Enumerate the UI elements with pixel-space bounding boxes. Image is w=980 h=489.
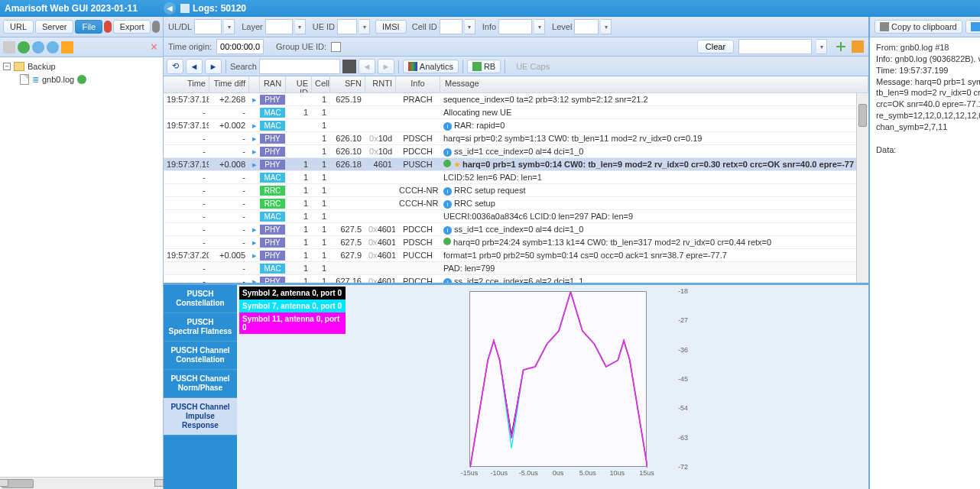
page-icon[interactable] bbox=[852, 40, 864, 53]
table-row[interactable]: --RRC11CCCH-NRiRRC setup request bbox=[164, 184, 868, 197]
tree-folder[interactable]: − Backup bbox=[3, 60, 160, 73]
collapse-left-icon[interactable]: ◄ bbox=[164, 2, 176, 15]
chart-tab[interactable]: PUSCH ChannelNorm/Phase bbox=[164, 370, 237, 398]
plus-icon[interactable] bbox=[835, 40, 847, 53]
table-row[interactable]: --▸PHY1626.100x10dPDCCHiss_id=1 cce_inde… bbox=[164, 145, 868, 158]
table-row[interactable]: --▸PHY11627.50x4601PDSCHharq=0 prb=24:24… bbox=[164, 236, 868, 249]
h-scrollbar[interactable] bbox=[0, 477, 163, 489]
nav-first-icon[interactable]: ⟲ bbox=[167, 59, 183, 74]
chart-area: -18-27-36-45-54-63-72-15us-10us-5.0us0us… bbox=[346, 285, 868, 489]
col-diff[interactable]: Time diff bbox=[209, 76, 249, 92]
info-input[interactable] bbox=[498, 19, 532, 34]
col-rnti[interactable]: RNTI bbox=[365, 76, 396, 92]
table-row[interactable]: --▸PHY11627.50x4601PDCCHiss_id=1 cce_ind… bbox=[164, 223, 868, 236]
detail-line: Info: gnb0.log (9036822B). v2022-12-06 bbox=[876, 53, 980, 65]
table-row[interactable]: --MAC11UECRI:0036a0a834c6 LCID:0 len=297… bbox=[164, 210, 868, 223]
uldl-dd[interactable] bbox=[224, 19, 235, 34]
col-cell[interactable]: Cell bbox=[312, 76, 330, 92]
level-input[interactable] bbox=[574, 19, 599, 34]
layer-label: Layer bbox=[242, 22, 263, 31]
table-row[interactable]: --MAC11PAD: len=799 bbox=[164, 262, 868, 275]
server-button[interactable]: Server bbox=[35, 20, 73, 34]
nav-prev-icon[interactable]: ◄ bbox=[186, 59, 203, 74]
url-button[interactable]: URL bbox=[3, 20, 34, 34]
clear-dd[interactable] bbox=[816, 39, 827, 54]
search-prev-icon[interactable]: ◄ bbox=[359, 59, 375, 74]
table-row[interactable]: --▸PHY11627.160x4601PDCCHiss_id=2 cce_in… bbox=[164, 275, 868, 283]
copy-button[interactable]: Copy to clipboard bbox=[875, 20, 962, 34]
back-icon[interactable] bbox=[3, 41, 15, 53]
imsi-button[interactable]: IMSI bbox=[375, 20, 407, 34]
info-dd[interactable] bbox=[534, 19, 545, 34]
ueid-dd[interactable] bbox=[359, 19, 370, 34]
clear-button[interactable]: Clear bbox=[697, 40, 734, 53]
col-time[interactable]: Time bbox=[164, 76, 209, 92]
file-button[interactable]: File bbox=[75, 20, 102, 34]
legend-item[interactable]: Symbol 7, antenna 0, port 0 bbox=[239, 300, 346, 313]
level-dd[interactable] bbox=[601, 19, 612, 34]
analytics-button[interactable]: Analytics bbox=[403, 60, 459, 73]
time-origin-input[interactable] bbox=[216, 39, 264, 54]
col-sfn[interactable]: SFN bbox=[330, 76, 365, 92]
y-tick: -54 bbox=[678, 404, 688, 412]
filter-bar: UL/DL Layer UE ID IMSI Cell ID Info Leve… bbox=[164, 17, 868, 37]
chart-tabs: PUSCHConstellationPUSCHSpectral Flatness… bbox=[164, 285, 237, 489]
col-ueid[interactable]: UE ID bbox=[286, 76, 312, 92]
cellid-dd[interactable] bbox=[465, 19, 475, 34]
play-icon[interactable] bbox=[18, 41, 30, 53]
app-header: Amarisoft Web GUI 2023-01-11 ◄ Logs: 501… bbox=[0, 0, 980, 17]
reload-icon[interactable] bbox=[47, 41, 59, 53]
uldl-input[interactable] bbox=[194, 19, 222, 34]
ok-icon bbox=[443, 160, 451, 167]
y-tick: -45 bbox=[678, 375, 688, 383]
cellid-label: Cell ID bbox=[412, 22, 437, 31]
ueid-label: UE ID bbox=[313, 22, 335, 31]
chart-tab[interactable]: PUSCHConstellation bbox=[164, 285, 237, 313]
binoculars-icon[interactable] bbox=[342, 60, 356, 73]
table-row[interactable]: --▸PHY1626.100x10dPDSCHharq=si prb=0:2 s… bbox=[164, 132, 868, 145]
alert-icon[interactable] bbox=[104, 21, 112, 33]
gear-icon[interactable] bbox=[152, 21, 160, 33]
v-scrollbar[interactable] bbox=[856, 93, 868, 283]
table-row[interactable]: 19:57:37.189+2.268▸PHY1625.19PRACHsequen… bbox=[164, 93, 868, 106]
refresh-icon[interactable] bbox=[32, 41, 44, 53]
star-icon: ★ bbox=[453, 160, 461, 169]
search-input[interactable] bbox=[259, 59, 340, 74]
y-tick: -63 bbox=[678, 434, 688, 442]
export-button[interactable]: Export bbox=[113, 20, 151, 34]
clear-input[interactable] bbox=[738, 39, 812, 54]
legend-item[interactable]: Symbol 2, antenna 0, port 0 bbox=[239, 287, 346, 300]
detail-line: From: gnb0.log #18 bbox=[876, 42, 980, 53]
layer-dd[interactable] bbox=[295, 19, 306, 34]
info-icon: i bbox=[443, 148, 452, 157]
chart-tab[interactable]: PUSCHSpectral Flatness bbox=[164, 313, 237, 342]
close-icon[interactable]: ✕ bbox=[148, 41, 160, 53]
legend-item[interactable]: Symbol 11, antenna 0, port 0 bbox=[239, 313, 346, 334]
nav-next-icon[interactable]: ► bbox=[205, 59, 222, 74]
arrow-icon: ▸ bbox=[252, 277, 257, 283]
col-info[interactable]: Info bbox=[396, 76, 440, 92]
table-row[interactable]: 19:57:37.191+0.002▸MAC1iRAR: rapid=0 bbox=[164, 119, 868, 132]
file-icon bbox=[20, 74, 29, 85]
add-icon[interactable] bbox=[61, 41, 73, 53]
ueid-input[interactable] bbox=[337, 19, 357, 34]
collapse-icon[interactable]: − bbox=[3, 63, 11, 70]
grid-body[interactable]: 19:57:37.189+2.268▸PHY1625.19PRACHsequen… bbox=[164, 93, 868, 283]
rb-button[interactable]: RB bbox=[467, 60, 501, 73]
col-msg[interactable]: Message bbox=[440, 76, 868, 92]
tree-file[interactable]: ≣ gnb0.log bbox=[3, 73, 160, 86]
table-row[interactable]: 19:57:37.204+0.005▸PHY11627.90x4601PUCCH… bbox=[164, 249, 868, 262]
cellid-input[interactable] bbox=[440, 19, 462, 34]
group-ue-checkbox[interactable] bbox=[331, 42, 341, 52]
chart-tab[interactable]: PUSCH ChannelConstellation bbox=[164, 342, 237, 370]
layer-input[interactable] bbox=[265, 19, 293, 34]
table-row[interactable]: 19:57:37.199+0.008▸PHY11626.184601PUSCH★… bbox=[164, 158, 868, 171]
table-row[interactable]: --MAC11LCID:52 len=6 PAD: len=1 bbox=[164, 171, 868, 184]
table-row[interactable]: --MAC11Allocating new UE bbox=[164, 106, 868, 119]
col-lm[interactable] bbox=[249, 76, 260, 92]
search-next-icon[interactable]: ► bbox=[378, 59, 394, 74]
chart-tab[interactable]: PUSCH ChannelImpulse Response bbox=[164, 398, 237, 436]
table-row[interactable]: --RRC11CCCH-NRiRRC setup bbox=[164, 197, 868, 210]
col-ran[interactable]: RAN bbox=[260, 76, 286, 92]
browse-button[interactable]: Browse bbox=[965, 20, 980, 34]
